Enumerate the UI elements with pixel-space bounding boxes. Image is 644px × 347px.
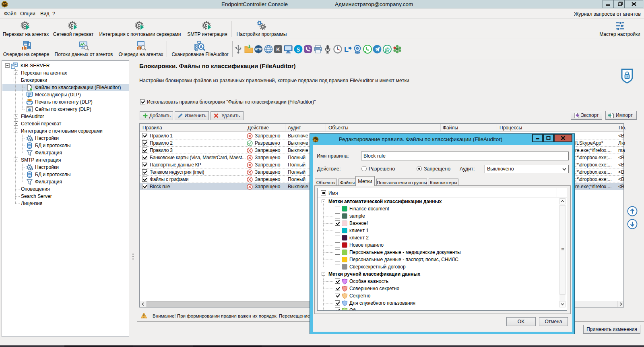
toolbar-button-agent-flows[interactable]: Потоки данных от агентов bbox=[54, 39, 114, 59]
labels-list-scrollbar[interactable]: ☰ bbox=[559, 198, 566, 308]
label-group-row[interactable]: Метки ручной классификации данных bbox=[318, 270, 555, 278]
tree-item[interactable]: FileAuditor bbox=[2, 113, 129, 120]
toolbar-button-program-settings[interactable]: Настройки программы bbox=[232, 19, 291, 39]
label-checkbox[interactable] bbox=[335, 235, 340, 240]
whatsapp-icon[interactable] bbox=[363, 44, 372, 55]
label-row[interactable]: клиент 1 bbox=[318, 227, 555, 234]
column-header[interactable]: Действие bbox=[248, 125, 269, 131]
tree-item[interactable]: Настройки bbox=[2, 135, 129, 142]
label-row[interactable]: Секретно bbox=[318, 292, 555, 299]
edit-rule-button[interactable]: Изменить bbox=[175, 111, 209, 120]
label-row[interactable]: Персональные данные - паспорт, полис, СН… bbox=[318, 256, 555, 263]
scrollbar-thumb[interactable]: ☰ bbox=[559, 205, 566, 295]
tree-item[interactable]: SMTP интеграция bbox=[2, 156, 129, 164]
label-checkbox[interactable] bbox=[335, 249, 340, 255]
tree-item[interactable]: БД и протоколы bbox=[2, 142, 129, 149]
label-checkbox[interactable] bbox=[335, 213, 340, 218]
radio-allowed-label[interactable]: Разрешено bbox=[369, 166, 395, 172]
tree-item[interactable]: Настройки bbox=[2, 164, 129, 171]
toolbar-button-mail-integration[interactable]: Интеграция с почтовыми серверами bbox=[97, 19, 183, 39]
label-row[interactable]: Для служебного пользования bbox=[318, 299, 555, 307]
column-header[interactable]: По. bbox=[619, 125, 626, 131]
column-header[interactable]: Объекты bbox=[328, 125, 349, 131]
rule-enabled-checkbox[interactable] bbox=[142, 148, 147, 153]
tree-item[interactable]: Оповещения bbox=[2, 185, 129, 193]
k-messenger-icon[interactable]: K bbox=[273, 44, 283, 55]
tree-item[interactable]: Сайты по контенту (DLP) bbox=[2, 106, 129, 113]
label-row[interactable]: Finance document bbox=[318, 205, 555, 212]
collapse-icon[interactable] bbox=[14, 129, 18, 133]
lync-icon[interactable]: L bbox=[343, 44, 353, 55]
mailru-agent-icon[interactable]: @ bbox=[382, 44, 392, 55]
tree-item[interactable]: Лицензия bbox=[2, 200, 129, 207]
expand-icon[interactable] bbox=[14, 71, 18, 75]
radio-allowed[interactable] bbox=[361, 166, 367, 171]
tree-item[interactable]: БД и протоколы bbox=[2, 171, 129, 178]
tree-item[interactable]: Сетевой перехват bbox=[2, 120, 129, 127]
rule-enabled-checkbox[interactable] bbox=[142, 177, 147, 182]
tree-item[interactable]: Печать по контенту (DLP) bbox=[2, 98, 129, 106]
expand-icon[interactable] bbox=[14, 121, 18, 126]
column-header[interactable]: Правила bbox=[142, 125, 162, 131]
column-header[interactable]: Файлы bbox=[443, 125, 458, 131]
restore-button[interactable] bbox=[614, 0, 625, 8]
import-button[interactable]: Импорт bbox=[605, 111, 637, 120]
column-header[interactable]: Процессы bbox=[500, 125, 522, 131]
label-checkbox[interactable] bbox=[335, 206, 340, 211]
viber-icon[interactable] bbox=[303, 44, 313, 55]
toolbar-button-server-queues[interactable]: Очереди на сервере bbox=[2, 39, 50, 59]
folder-download-icon[interactable] bbox=[244, 44, 254, 55]
label-row[interactable]: Новое правило bbox=[318, 241, 555, 249]
move-rule-down-button[interactable] bbox=[627, 219, 638, 229]
tree-item[interactable]: Фильтрация bbox=[2, 149, 129, 156]
toolbar-button-setup-wizard[interactable]: Мастер настройки bbox=[598, 19, 642, 39]
dialog-maximize-button[interactable] bbox=[543, 134, 554, 142]
dialog-tab-5[interactable]: Компьютеры bbox=[429, 179, 458, 186]
webcam-icon[interactable] bbox=[353, 44, 362, 55]
label-checkbox[interactable] bbox=[335, 293, 340, 298]
tree-item[interactable]: KIB-SERVER bbox=[2, 62, 129, 69]
dialog-tab-4[interactable]: Пользователи и группы bbox=[376, 179, 427, 186]
telegram-icon[interactable] bbox=[372, 44, 382, 55]
label-group-row[interactable]: Метки автоматической классификации данны… bbox=[318, 198, 555, 205]
rule-enabled-checkbox[interactable] bbox=[142, 162, 147, 167]
close-button[interactable] bbox=[625, 0, 643, 8]
dialog-titlebar[interactable]: EC Редактирование правила. Файлы по клас… bbox=[310, 134, 574, 145]
tree-item[interactable]: Интеграция с почтовыми серверами bbox=[2, 127, 129, 135]
label-checkbox[interactable] bbox=[335, 286, 340, 291]
rule-name-input[interactable]: Block rule bbox=[361, 152, 569, 160]
delete-rule-button[interactable]: Удалить bbox=[211, 111, 244, 120]
toolbar-button-agent-queues[interactable]: Очереди на агентах bbox=[118, 39, 164, 59]
toolbar-button-fileauditor-scan[interactable]: A Сканирование FileAuditor bbox=[171, 39, 229, 59]
label-row[interactable]: Важное! bbox=[318, 220, 555, 227]
toolbar-button-agent-intercept[interactable]: Перехват на агентах bbox=[2, 19, 49, 39]
agent-requests-log-link[interactable]: Журнал запросов от агентов bbox=[574, 11, 641, 17]
globe-icon[interactable] bbox=[264, 44, 273, 55]
scroll-right-button[interactable] bbox=[617, 301, 623, 307]
label-row[interactable]: Сверхсекретный договор bbox=[318, 263, 555, 270]
usb-icon[interactable] bbox=[234, 44, 244, 55]
rule-enabled-checkbox[interactable] bbox=[142, 169, 147, 175]
select-all-checkbox[interactable] bbox=[321, 190, 326, 195]
label-checkbox[interactable] bbox=[335, 300, 340, 305]
ok-button[interactable]: OK bbox=[506, 317, 536, 326]
tree-item[interactable]: Search Server bbox=[2, 193, 129, 200]
monitor-icon[interactable] bbox=[283, 44, 293, 55]
label-row[interactable]: Особая важность bbox=[318, 278, 555, 285]
tree-item[interactable]: Блокировки bbox=[2, 77, 129, 84]
tree-item[interactable]: Файлы по классификации (FileAuditor) bbox=[2, 84, 129, 91]
collapse-icon[interactable] bbox=[322, 199, 325, 203]
splitter-handle[interactable] bbox=[132, 253, 134, 261]
cancel-button[interactable]: Отмена bbox=[539, 317, 568, 326]
scroll-left-button[interactable] bbox=[140, 301, 146, 307]
dialog-minimize-button[interactable] bbox=[532, 134, 543, 142]
collapse-icon[interactable] bbox=[322, 272, 325, 276]
scroll-up-button[interactable] bbox=[559, 198, 566, 204]
tree-item[interactable]: Перехват на агентах bbox=[2, 69, 129, 77]
menu-help[interactable]: ? bbox=[52, 11, 55, 17]
tree-item[interactable]: Мессенджеры (DLP) bbox=[2, 91, 129, 98]
dialog-tab-3[interactable]: Метки bbox=[355, 176, 375, 186]
radio-denied[interactable] bbox=[417, 166, 422, 171]
collapse-icon[interactable] bbox=[5, 63, 10, 68]
expand-icon[interactable] bbox=[14, 114, 18, 118]
